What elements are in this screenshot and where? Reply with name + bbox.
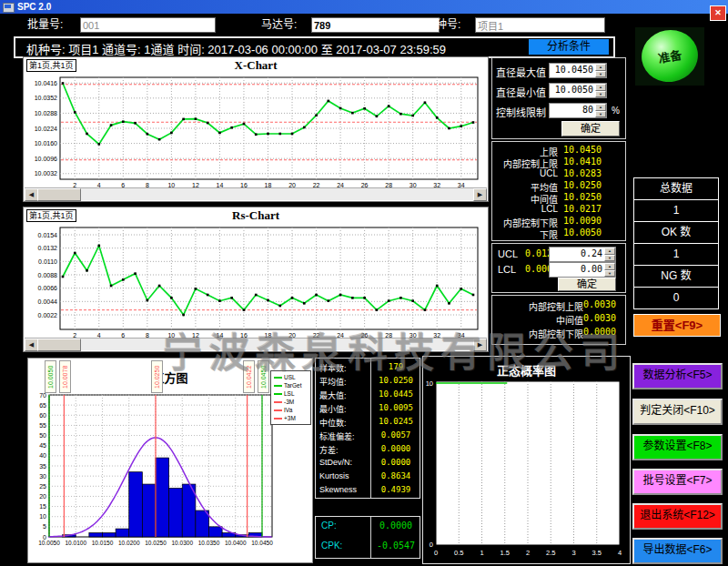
svg-text:10.0200: 10.0200	[118, 540, 140, 546]
batch-number-input[interactable]	[80, 17, 216, 33]
reset-button[interactable]: 重置<F9>	[633, 314, 721, 337]
spinner-buttons-icon[interactable]: ▲▼	[595, 84, 606, 97]
rschart-scroll-thumb[interactable]	[37, 339, 81, 351]
exit-system-button[interactable]: 退出系统<F12>	[632, 503, 723, 530]
limit-value: 10.0050	[563, 227, 602, 238]
svg-text:5: 5	[43, 523, 46, 530]
stat-label: 平均值:	[319, 376, 347, 388]
stat-label: StDev/N:	[319, 458, 352, 467]
diameter-max-input[interactable]: 10.0450 ▲▼	[549, 63, 607, 78]
svg-text:0.0022: 0.0022	[38, 312, 58, 318]
svg-text:10.0416: 10.0416	[35, 80, 57, 86]
ok-count-value: 1	[633, 243, 719, 266]
svg-text:10.0096: 10.0096	[35, 156, 57, 162]
stat-value: 10.0250	[372, 376, 420, 385]
params-ok-button[interactable]: 确定	[561, 121, 620, 136]
xchart-panel: X-Chart 第1页,共1页 10.041610.035210.028810.…	[23, 56, 489, 202]
svg-text:30: 30	[39, 473, 46, 480]
limit-label: 下限	[494, 227, 558, 241]
stat-value: 0.0057	[372, 430, 420, 440]
rs-lcl-input[interactable]: 0.00 ▲▼	[549, 262, 616, 278]
spinner-buttons-icon[interactable]: ▲▼	[595, 104, 606, 117]
limit-value: 10.0450	[563, 145, 602, 155]
rs-internal-label: 内部控制下限	[494, 327, 583, 340]
svg-text:10.0450: 10.0450	[251, 540, 273, 546]
svg-text:10.0352: 10.0352	[35, 95, 57, 101]
svg-text:10: 10	[426, 379, 433, 388]
scroll-left-icon[interactable]: ◀	[25, 339, 38, 351]
svg-text:10.0032: 10.0032	[35, 170, 57, 177]
rs-internal-value: 0.0000	[583, 327, 616, 337]
legend-swatch-icon	[274, 377, 282, 379]
batch-number-label: 批量号:	[27, 17, 63, 32]
svg-text:0.0066: 0.0066	[38, 285, 58, 291]
control-limit-input[interactable]: 80 ▲▼	[549, 103, 607, 118]
rschart-plot: 0.01540.01320.01100.00880.00660.00440.00…	[24, 222, 488, 339]
ready-button[interactable]: 准备	[638, 25, 703, 86]
limit-value: 10.0410	[563, 157, 602, 167]
stat-value: 10.0445	[372, 389, 420, 399]
limit-value: 10.0283	[563, 168, 602, 178]
diameter-max-value: 10.0450	[555, 65, 593, 75]
statistics-panel: 样本数:179 平均值:10.0250 最大值:10.0445 最小值:10.0…	[315, 358, 420, 499]
normal-probability-panel: 正态概率图 00.511.522.533.54100	[422, 356, 631, 564]
rschart-scrollbar[interactable]: ◀ ▶	[25, 338, 487, 350]
total-data-value: 1	[633, 199, 719, 222]
diameter-max-label: 直径最大值	[496, 65, 546, 79]
window-title: SPC 2.0	[17, 0, 51, 14]
xchart-scroll-thumb[interactable]	[37, 188, 81, 201]
xchart-page-label: 第1页,共1页	[26, 59, 76, 72]
hist-limit-label: 10.0422	[243, 360, 255, 393]
stat-label: 中位数:	[319, 417, 347, 429]
stat-value: 10.0245	[372, 417, 420, 426]
normal-probability-title: 正态概率图	[423, 361, 630, 379]
judge-close-button[interactable]: 判定关闭<F10>	[632, 399, 723, 425]
histogram-legend: USLTarGetLSL-3MIVa+3M	[270, 370, 311, 425]
scroll-left-icon[interactable]: ◀	[25, 188, 38, 201]
diameter-params-panel: 直径最大值 10.0450 ▲▼ 直径最小值 10.0050 ▲▼ 控制线限制 …	[491, 57, 626, 139]
svg-text:10.0150: 10.0150	[92, 540, 114, 546]
rs-internal-label: 中间值	[494, 313, 583, 327]
motor-number-input[interactable]	[311, 17, 440, 33]
analyze-conditions-button[interactable]: 分析条件	[529, 39, 609, 55]
hist-limit-label: 10.0078	[59, 360, 71, 393]
svg-text:50: 50	[39, 432, 46, 439]
svg-text:1.5: 1.5	[500, 549, 510, 557]
normal-probability-plot: 00.511.522.533.54100	[423, 378, 630, 561]
rs-limits-panel: UCL 0.0123 0.24 ▲▼ LCL 0.0004 0.00 ▲▼ 确定	[491, 243, 626, 293]
rs-ucl-spin-value: 0.24	[581, 248, 602, 258]
spinner-buttons-icon[interactable]: ▲▼	[604, 263, 615, 277]
svg-text:10.0250: 10.0250	[145, 540, 167, 546]
legend-item: +3M	[274, 414, 309, 422]
svg-text:0: 0	[434, 549, 438, 557]
export-data-button[interactable]: 导出数据<F6>	[632, 538, 723, 564]
scroll-right-icon[interactable]: ▶	[473, 188, 487, 201]
legend-swatch-icon	[274, 409, 282, 411]
hist-limit-label: 10.0050	[45, 360, 56, 393]
scroll-right-icon[interactable]: ▶	[473, 339, 487, 351]
close-button[interactable]: ✕	[710, 5, 726, 21]
stat-value: 0.8634	[372, 471, 420, 480]
svg-text:15: 15	[39, 503, 46, 510]
svg-text:2.5: 2.5	[546, 549, 555, 557]
xchart-scrollbar[interactable]: ◀ ▶	[25, 187, 487, 200]
data-analysis-button[interactable]: 数据分析<F5>	[632, 363, 723, 389]
batch-settings-button[interactable]: 批号设置<F7>	[632, 469, 723, 495]
analysis-info-text: 机种号: 项目1 通道号: 1通道 时间: 2017-03-06 00:00:0…	[26, 40, 446, 57]
spinner-buttons-icon[interactable]: ▲▼	[595, 64, 606, 77]
diameter-min-input[interactable]: 10.0050 ▲▼	[549, 83, 607, 98]
stat-label: 样本数:	[319, 362, 347, 374]
svg-text:10.0050: 10.0050	[38, 540, 60, 546]
xchart-title: X-Chart	[24, 58, 488, 73]
histogram-panel: 直方图 10.005010.007810.025010.042210.0450 …	[27, 358, 313, 563]
svg-text:0.0110: 0.0110	[38, 258, 57, 265]
parameter-settings-button[interactable]: 参数设置<F8>	[632, 434, 723, 460]
spinner-buttons-icon[interactable]: ▲▼	[604, 248, 615, 261]
model-number-input[interactable]	[475, 17, 605, 33]
stat-value: 179	[372, 362, 420, 371]
rs-ok-button[interactable]: 确定	[558, 278, 616, 291]
svg-text:3: 3	[571, 549, 575, 557]
cp-value: 0.0000	[372, 521, 420, 531]
svg-text:0: 0	[430, 541, 433, 549]
rs-ucl-input[interactable]: 0.24 ▲▼	[549, 247, 616, 262]
